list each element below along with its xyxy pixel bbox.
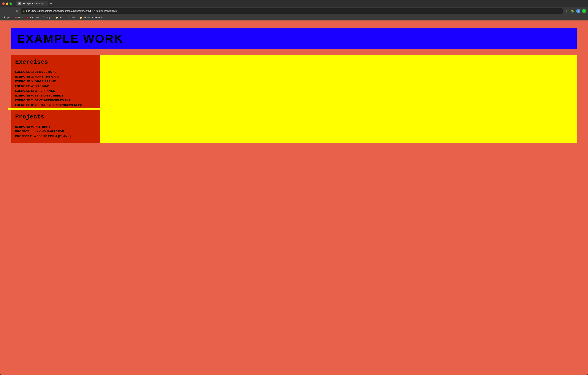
- youtube-icon: ▶: [27, 16, 29, 19]
- apps-icon: ⠿: [3, 16, 5, 19]
- new-tab-button[interactable]: +: [49, 2, 53, 5]
- address-bar-right: ☆ 🧩 M: [565, 9, 586, 13]
- tab-title: Example Repository: [22, 2, 43, 5]
- profile-avatar[interactable]: M: [576, 9, 580, 13]
- back-button[interactable]: ←: [2, 9, 7, 13]
- traffic-lights: [2, 2, 12, 5]
- maximize-button[interactable]: [10, 2, 12, 5]
- tab-close-icon[interactable]: ×: [44, 2, 45, 5]
- tab-bar: R Example Repository × +: [16, 1, 586, 6]
- exercise-item-2[interactable]: EXERCISE 2: MAKE THE GRID: [15, 75, 97, 78]
- page-content: EXAMPLE WORK Exercises EXERCISE 1: 20 QU…: [0, 21, 588, 375]
- projects-section: Projects EXERCISE 9: PATTERNS PROJECT 1:…: [11, 110, 100, 143]
- url-wrapper: 🔒: [21, 8, 563, 14]
- close-button[interactable]: [2, 2, 5, 5]
- bookmarks-bar: ⠿ Apps M Gmail ▶ YouTube 📍 Maps 📁 avt217…: [0, 15, 588, 21]
- bookmark-youtube[interactable]: ▶ YouTube: [26, 16, 40, 20]
- title-bar: R Example Repository × +: [0, 0, 588, 7]
- page-header: EXAMPLE WORK: [11, 28, 577, 49]
- bookmark-apps[interactable]: ⠿ Apps: [2, 16, 12, 20]
- exercise-item-6[interactable]: EXERCISE 6: TYPE ON SCREEN I: [15, 94, 97, 97]
- bookmark-gmail-label: Gmail: [17, 16, 23, 19]
- exercise-item-5[interactable]: EXERCISE 5: WIREFRAMES: [15, 89, 97, 92]
- content-grid: Exercises EXERCISE 1: 20 QUESTIONS EXERC…: [11, 55, 577, 143]
- exercise-item-4[interactable]: EXERCISE 4: SITE MAP: [15, 84, 97, 88]
- bookmark-gmail[interactable]: M Gmail: [13, 16, 25, 20]
- exercise-item-3[interactable]: EXERCISE 3: ORGANIZE ME: [15, 80, 97, 83]
- right-column-yellow: [100, 55, 577, 143]
- bookmark-avt217-label: avt217-fa20-tues: [59, 16, 76, 19]
- minimize-button[interactable]: [6, 2, 8, 5]
- project-item-3[interactable]: PROJECT 2: WEBSITE FOR A [BLANK]: [15, 134, 97, 138]
- yellow-divider: [8, 108, 104, 110]
- project-item-1[interactable]: EXERCISE 9: PATTERNS: [15, 125, 97, 128]
- exercise-item-1[interactable]: EXERCISE 1: 20 QUESTIONS: [15, 70, 97, 73]
- projects-list: EXERCISE 9: PATTERNS PROJECT 1: LINKING …: [15, 125, 97, 138]
- tab-favicon: R: [18, 2, 21, 5]
- page-title: EXAMPLE WORK: [17, 32, 571, 45]
- profile-avatar-green[interactable]: [582, 9, 586, 13]
- bookmark-apps-label: Apps: [6, 16, 11, 19]
- url-input[interactable]: [21, 8, 563, 14]
- bookmark-youtube-label: YouTube: [30, 16, 39, 19]
- browser-window: R Example Repository × + ← → ↻ 🔒 ☆ 🧩 M ⠿…: [0, 0, 588, 375]
- project-item-2[interactable]: PROJECT 1: LINKING NARRATIVE: [15, 130, 97, 133]
- forward-button[interactable]: →: [8, 9, 13, 13]
- bookmark-maps-label: Maps: [46, 16, 52, 19]
- bookmark-star-button[interactable]: ☆: [565, 9, 568, 13]
- extensions-button[interactable]: 🧩: [570, 9, 575, 13]
- exercise-list: EXERCISE 1: 20 QUESTIONS EXERCISE 2: MAK…: [15, 70, 97, 107]
- exercise-item-8[interactable]: EXERCISE 8: VISUALIZING RESPONSIVENESS: [15, 103, 97, 107]
- exercises-heading: Exercises: [15, 59, 97, 66]
- gmail-icon: M: [15, 16, 17, 19]
- bookmark-avt2117-fa20-thurs[interactable]: 📁 avt2117-fa20-thurs: [78, 16, 104, 20]
- active-tab[interactable]: R Example Repository ×: [16, 1, 48, 6]
- maps-icon: 📍: [42, 16, 45, 19]
- folder-icon-2: 📁: [80, 16, 83, 19]
- bookmark-avt2117-label: avt2117-fa20-thurs: [83, 16, 103, 19]
- projects-heading: Projects: [15, 113, 97, 120]
- refresh-button[interactable]: ↻: [15, 9, 19, 13]
- folder-icon-1: 📁: [55, 16, 58, 19]
- bookmark-avt217-fa20-tues[interactable]: 📁 avt217-fa20-tues: [54, 16, 77, 20]
- bookmark-maps[interactable]: 📍 Maps: [41, 16, 53, 20]
- exercise-item-7[interactable]: EXERCISE 7: SEVEN-PRINCIPLES.TXT: [15, 99, 97, 102]
- left-column: Exercises EXERCISE 1: 20 QUESTIONS EXERC…: [11, 55, 100, 143]
- exercises-section: Exercises EXERCISE 1: 20 QUESTIONS EXERC…: [11, 55, 100, 107]
- address-bar: ← → ↻ 🔒 ☆ 🧩 M: [0, 7, 588, 15]
